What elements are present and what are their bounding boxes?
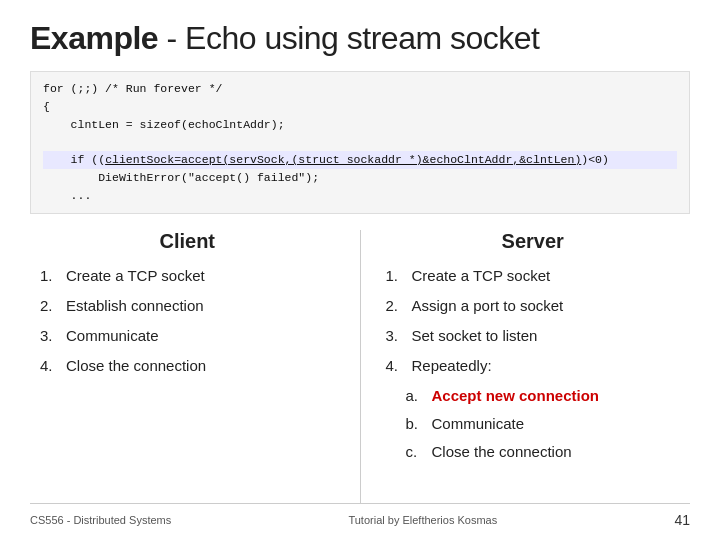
item-text: Repeatedly:	[412, 355, 492, 376]
column-divider	[360, 230, 361, 503]
code-line-1: for (;;) /* Run forever */	[43, 80, 677, 98]
item-text: Establish connection	[66, 295, 204, 316]
item-number: 1.	[386, 265, 406, 286]
code-line-highlight: if ((clientSock=accept(servSock,(struct …	[43, 151, 677, 169]
list-item: 2. Assign a port to socket	[386, 295, 681, 316]
item-text: Create a TCP socket	[412, 265, 551, 286]
code-line-2: {	[43, 98, 677, 116]
item-number: 3.	[40, 325, 60, 346]
sub-letter: a.	[406, 385, 426, 406]
list-item: 3. Set socket to listen	[386, 325, 681, 346]
client-column: Client 1. Create a TCP socket 2. Establi…	[30, 230, 345, 503]
sub-text-accent: Accept new connection	[432, 385, 600, 406]
sub-letter: c.	[406, 441, 426, 462]
content-area: Client 1. Create a TCP socket 2. Establi…	[30, 230, 690, 503]
code-line-5: DieWithError("accept() failed");	[43, 169, 677, 187]
sub-text: Close the connection	[432, 441, 572, 462]
list-item: 1. Create a TCP socket	[40, 265, 335, 286]
item-number: 3.	[386, 325, 406, 346]
sub-text: Communicate	[432, 413, 525, 434]
item-number: 2.	[386, 295, 406, 316]
footer-page: 41	[674, 512, 690, 528]
list-item: 3. Communicate	[40, 325, 335, 346]
title-bold: Example	[30, 20, 158, 56]
list-item: 1. Create a TCP socket	[386, 265, 681, 286]
code-line-3: clntLen = sizeof(echoClntAddr);	[43, 116, 677, 134]
title-rest: - Echo using stream socket	[158, 20, 539, 56]
code-block: for (;;) /* Run forever */ { clntLen = s…	[30, 71, 690, 214]
list-item: 4. Repeatedly:	[386, 355, 681, 376]
item-text: Create a TCP socket	[66, 265, 205, 286]
server-list: 1. Create a TCP socket 2. Assign a port …	[386, 265, 681, 462]
item-text: Close the connection	[66, 355, 206, 376]
footer-left: CS556 - Distributed Systems	[30, 514, 171, 526]
item-number: 4.	[40, 355, 60, 376]
item-text: Communicate	[66, 325, 159, 346]
sub-letter: b.	[406, 413, 426, 434]
list-sub-item: a. Accept new connection	[406, 385, 681, 406]
code-line-blank	[43, 133, 677, 151]
item-text: Set socket to listen	[412, 325, 538, 346]
item-text: Assign a port to socket	[412, 295, 564, 316]
client-list: 1. Create a TCP socket 2. Establish conn…	[40, 265, 335, 376]
slide-container: Example - Echo using stream socket for (…	[0, 0, 720, 540]
list-sub-item: b. Communicate	[406, 413, 681, 434]
item-number: 4.	[386, 355, 406, 376]
code-line-6: ...	[43, 187, 677, 205]
item-number: 2.	[40, 295, 60, 316]
server-column: Server 1. Create a TCP socket 2. Assign …	[376, 230, 691, 503]
list-item: 4. Close the connection	[40, 355, 335, 376]
list-sub-item: c. Close the connection	[406, 441, 681, 462]
server-sub-list: a. Accept new connection b. Communicate …	[386, 385, 681, 462]
server-title: Server	[386, 230, 681, 253]
client-title: Client	[40, 230, 335, 253]
item-number: 1.	[40, 265, 60, 286]
footer: CS556 - Distributed Systems Tutorial by …	[30, 510, 690, 530]
slide-title: Example - Echo using stream socket	[30, 20, 690, 57]
footer-center: Tutorial by Eleftherios Kosmas	[348, 514, 497, 526]
list-item: 2. Establish connection	[40, 295, 335, 316]
footer-divider	[30, 503, 690, 504]
